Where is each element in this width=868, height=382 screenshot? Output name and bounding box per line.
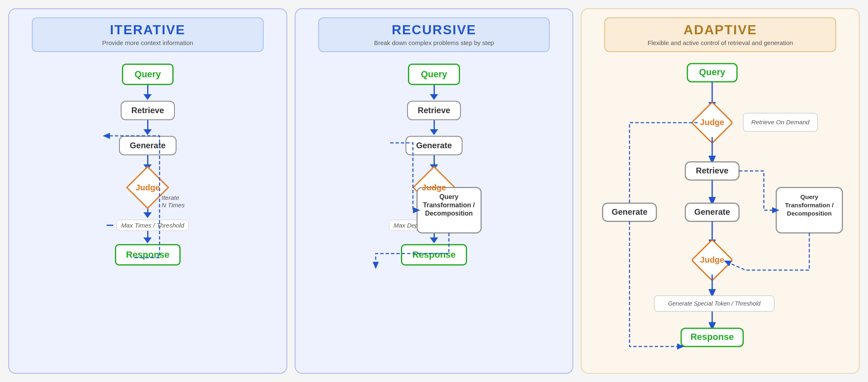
arrow-r2 xyxy=(434,120,435,129)
svg-text:Generate Special Token / Thres: Generate Special Token / Threshold xyxy=(668,300,761,307)
iterative-title: ITERATIVE xyxy=(45,22,250,38)
adaptive-subtitle: Flexible and active control of retrieval… xyxy=(618,39,823,46)
adaptive-flow-container: Query Judge Retrieve On Demand Retrieve xyxy=(591,59,849,365)
iterative-panel: ITERATIVE Provide more context informati… xyxy=(8,8,287,374)
arrowhead2 xyxy=(143,129,152,135)
recursive-judge-wrap: Judge xyxy=(417,171,451,204)
recursive-retrieve: Retrieve xyxy=(407,101,461,120)
recursive-judge-label: Judge xyxy=(422,183,446,192)
arrow-r5 xyxy=(434,231,435,237)
iterative-threshold-label: Max Times / Threshold xyxy=(117,220,188,231)
adaptive-title: ADAPTIVE xyxy=(618,22,823,38)
recursive-header: RECURSIVE Break down complex problems st… xyxy=(318,17,550,52)
recursive-threshold-label: Max Depth (Tree) / Threshold xyxy=(389,220,479,231)
svg-text:Generate: Generate xyxy=(694,207,730,216)
adaptive-panel: ADAPTIVE Flexible and active control of … xyxy=(581,8,860,374)
iterative-retrieve: Retrieve xyxy=(121,101,175,120)
svg-text:Decomposition: Decomposition xyxy=(787,210,832,217)
svg-text:Retrieve: Retrieve xyxy=(696,166,728,175)
threshold-row: Max Times / Threshold xyxy=(107,220,188,231)
adaptive-flow-svg: Query Judge Retrieve On Demand Retrieve xyxy=(592,59,849,357)
svg-text:Judge: Judge xyxy=(700,255,724,264)
arrow5 xyxy=(147,231,148,237)
arrowhead-r5 xyxy=(430,237,438,243)
arrowhead4 xyxy=(143,212,152,218)
adaptive-header: ADAPTIVE Flexible and active control of … xyxy=(604,17,836,52)
iterative-header: ITERATIVE Provide more context informati… xyxy=(32,17,263,52)
svg-text:Response: Response xyxy=(690,332,734,342)
svg-text:Query: Query xyxy=(800,193,818,200)
iterative-response: Response xyxy=(115,244,181,266)
arrow3 xyxy=(147,155,148,164)
svg-text:N Times: N Times xyxy=(162,202,185,209)
arrow-r1 xyxy=(434,85,435,94)
svg-text:Retrieve On  Demand: Retrieve On Demand xyxy=(751,119,810,126)
recursive-threshold-row: Max Depth (Tree) / Threshold xyxy=(389,220,479,231)
svg-text:Judge: Judge xyxy=(700,118,724,127)
arrowhead-r2 xyxy=(430,129,438,135)
svg-text:Query: Query xyxy=(699,67,725,77)
recursive-query: Query xyxy=(408,64,460,85)
iterative-judge-label: Judge xyxy=(136,183,160,192)
svg-text:Iterate: Iterate xyxy=(162,194,179,201)
iterative-flow: Query Retrieve Generate Judge Max Times … xyxy=(19,64,277,266)
arrow1 xyxy=(147,85,148,94)
arrowhead1 xyxy=(143,94,152,100)
arrow-r3 xyxy=(434,155,435,164)
recursive-response: Response xyxy=(401,244,467,266)
arrowhead5 xyxy=(143,237,152,243)
recursive-title: RECURSIVE xyxy=(331,22,537,38)
iterative-generate: Generate xyxy=(119,136,176,155)
arrowhead-r4 xyxy=(430,212,438,218)
arrow2 xyxy=(147,120,148,129)
recursive-generate: Generate xyxy=(405,136,463,155)
iterative-judge-wrap: Judge xyxy=(131,171,164,204)
recursive-panel: RECURSIVE Break down complex problems st… xyxy=(295,8,574,374)
recursive-flow: Query Retrieve Generate Judge Max Depth … xyxy=(305,64,563,266)
iterative-query: Query xyxy=(122,64,174,85)
arrowhead-r1 xyxy=(430,94,438,100)
svg-text:Transformation /: Transformation / xyxy=(785,202,834,209)
main-container: ITERATIVE Provide more context informati… xyxy=(8,8,860,374)
iterative-subtitle: Provide more context information xyxy=(45,39,250,46)
recursive-subtitle: Break down complex problems step by step xyxy=(331,39,537,46)
svg-text:Generate: Generate xyxy=(611,207,647,216)
